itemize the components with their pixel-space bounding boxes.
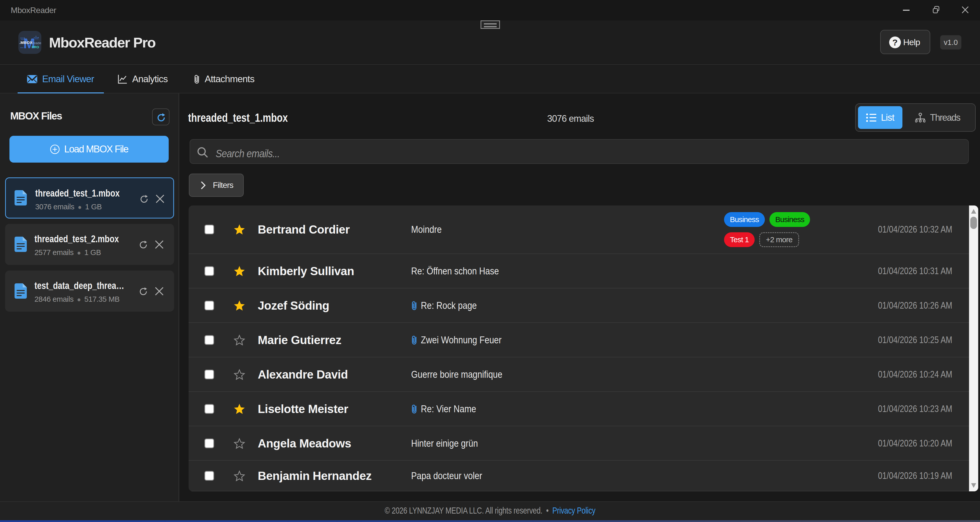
svg-text:PRO: PRO (32, 45, 39, 49)
svg-text:Reader: Reader (32, 41, 41, 45)
svg-text:.MBOX: .MBOX (19, 40, 32, 45)
